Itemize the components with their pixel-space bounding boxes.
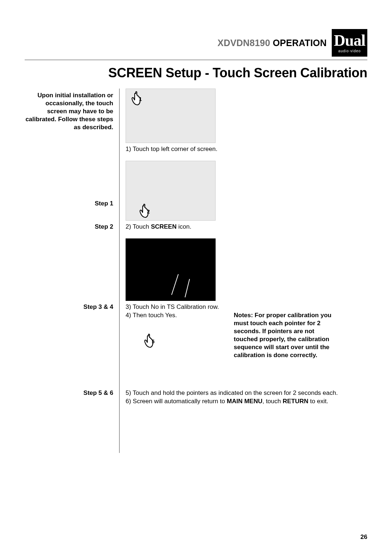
content-area: Upon initial installation or occasionall…	[25, 89, 367, 453]
step1-caption: 1) Touch top left corner of screen.	[126, 145, 367, 154]
step1-screenshot: 1	[126, 89, 216, 143]
touch-hand-icon: 5	[144, 334, 160, 349]
page-title: SCREEN Setup - Touch Screen Calibration	[25, 65, 367, 81]
header-divider	[25, 60, 367, 60]
step34-screenshot	[126, 238, 216, 301]
step56-caption: 5) Touch and hold the pointers as indica…	[126, 389, 367, 406]
calibration-line-icon	[171, 274, 179, 295]
step2-row: Step 2 2) Touch SCREEN icon.	[25, 221, 367, 301]
step34-label: Step 3 & 4	[25, 301, 119, 311]
touch-hand-icon: 1	[131, 91, 147, 106]
hand-number: 2	[147, 209, 150, 214]
step2-screenshot: 2	[126, 161, 216, 221]
calibration-line-icon	[185, 279, 190, 297]
brand-logo-text: Dual	[334, 33, 365, 49]
step2-caption: 2) Touch SCREEN icon.	[126, 223, 367, 231]
step1-row: Step 1 1) Touch top left corner of scree…	[25, 143, 367, 221]
step56-screenshot: 5	[126, 327, 216, 387]
hand-number: 1	[139, 96, 142, 102]
step56-row: Step 5 & 6 5) Touch and hold the pointer…	[25, 387, 367, 453]
intro-text: Upon initial installation or occasionall…	[25, 89, 119, 131]
step1-label: Step 1	[25, 143, 119, 208]
notes-text: Notes: For proper calibration you must t…	[234, 311, 335, 360]
brand-logo: Dual audio·video	[332, 29, 367, 57]
step2-label: Step 2	[25, 221, 119, 231]
step56-label: Step 5 & 6	[25, 387, 119, 397]
page-number: 26	[360, 533, 367, 541]
touch-hand-icon: 2	[139, 204, 155, 219]
header-title: XDVDN8190 OPERATION	[217, 38, 327, 48]
hand-number: 5	[152, 339, 155, 344]
section-name: OPERATION	[273, 38, 327, 48]
page-header: XDVDN8190 OPERATION Dual audio·video	[25, 29, 367, 57]
brand-logo-sub: audio·video	[338, 49, 361, 53]
model-number: XDVDN8190	[217, 38, 270, 48]
